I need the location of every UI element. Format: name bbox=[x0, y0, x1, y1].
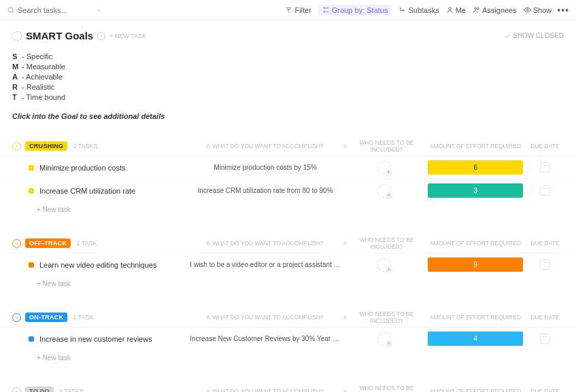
effort-pill[interactable]: 4 bbox=[428, 332, 523, 346]
assignees-label: Assignees bbox=[482, 6, 517, 14]
task-status-square[interactable] bbox=[29, 336, 34, 342]
column-header-effort: AMOUNT OF EFFORT REQUIRED bbox=[424, 143, 526, 149]
subtasks-button[interactable]: Subtasks bbox=[399, 6, 439, 14]
column-header-accomplish: WHAT DO YOU WANT TO ACCOMPLISH? bbox=[186, 240, 343, 247]
smart-letter: T bbox=[12, 93, 22, 101]
svg-line-1 bbox=[12, 12, 14, 13]
calendar-icon[interactable] bbox=[540, 334, 550, 344]
filter-label: Filter bbox=[294, 6, 311, 14]
status-badge[interactable]: TO DO bbox=[25, 387, 54, 392]
show-closed-button[interactable]: SHOW CLOSED bbox=[504, 32, 564, 39]
check-icon bbox=[504, 33, 511, 39]
show-label: Show bbox=[533, 6, 552, 14]
person-icon bbox=[446, 6, 454, 14]
calendar-icon[interactable] bbox=[540, 162, 550, 173]
column-header-accomplish: WHAT DO YOU WANT TO ACCOMPLISH? bbox=[186, 143, 343, 149]
task-row[interactable]: Minimize production costs Minimize produ… bbox=[0, 156, 576, 179]
task-accomplish-text: Increase CRM utilization rate from 80 to… bbox=[187, 187, 343, 194]
top-toolbar: Filter Group by: Status Subtasks Me Assi… bbox=[0, 0, 576, 20]
task-due-cell bbox=[526, 334, 564, 344]
new-task-header-button[interactable]: + NEW TASK bbox=[109, 33, 146, 39]
calendar-icon[interactable] bbox=[540, 185, 550, 196]
task-group: TO DO 2 TASKS WHAT DO YOU WANT TO ACCOMP… bbox=[0, 382, 576, 392]
smart-letter: M bbox=[12, 63, 22, 71]
svg-point-12 bbox=[477, 7, 479, 10]
collapse-toggle[interactable] bbox=[12, 387, 21, 393]
new-task-button[interactable]: + New task bbox=[0, 276, 576, 291]
calendar-icon[interactable] bbox=[540, 260, 550, 270]
smart-text: - Measurable bbox=[22, 63, 65, 71]
task-row[interactable]: Increase CRM utilization rate Increase C… bbox=[0, 179, 576, 202]
task-due-cell bbox=[526, 162, 564, 173]
task-assignee-cell bbox=[343, 258, 425, 272]
status-badge[interactable]: OFF-TRACK bbox=[25, 238, 71, 248]
svg-rect-17 bbox=[344, 243, 346, 245]
smart-legend: S- SpecificM- MeasurableA- AchievableR- … bbox=[12, 52, 576, 101]
assignees-button[interactable]: Assignees bbox=[473, 6, 517, 14]
add-assignee-icon[interactable] bbox=[377, 184, 391, 198]
column-header-who: WHO NEEDS TO BE INCLUDED? bbox=[343, 139, 424, 153]
column-header-due: DUE DATE bbox=[526, 240, 564, 247]
lock-icon bbox=[343, 240, 348, 246]
status-badge[interactable]: ON-TRACK bbox=[25, 313, 67, 322]
group-header: ON-TRACK 1 TASK WHAT DO YOU WANT TO ACCO… bbox=[0, 308, 576, 327]
chevron-down-icon bbox=[14, 315, 19, 320]
task-row[interactable]: Learn new video editing techniques I wis… bbox=[0, 253, 576, 276]
task-status-square[interactable] bbox=[29, 262, 34, 268]
svg-point-11 bbox=[475, 7, 477, 10]
eye-icon bbox=[524, 6, 531, 14]
lock-icon bbox=[205, 389, 211, 392]
group-header: TO DO 2 TASKS WHAT DO YOU WANT TO ACCOMP… bbox=[0, 382, 576, 392]
effort-pill[interactable]: 6 bbox=[428, 160, 523, 175]
page-header: SMART Goals i + NEW TASK SHOW CLOSED bbox=[0, 20, 576, 48]
collapse-toggle[interactable] bbox=[12, 142, 21, 151]
task-row[interactable]: Increase in new customer reviews Increas… bbox=[0, 327, 576, 350]
chevron-down-icon[interactable] bbox=[95, 7, 102, 14]
lock-icon bbox=[343, 315, 348, 320]
filter-icon bbox=[285, 6, 292, 14]
new-task-button[interactable]: + New task bbox=[0, 350, 576, 366]
svg-point-5 bbox=[324, 7, 325, 9]
add-assignee-icon[interactable] bbox=[377, 258, 391, 272]
info-icon[interactable]: i bbox=[97, 32, 105, 40]
task-name[interactable]: Minimize production costs bbox=[39, 164, 126, 172]
task-group: ON-TRACK 1 TASK WHAT DO YOU WANT TO ACCO… bbox=[0, 308, 576, 366]
smart-letter: R bbox=[12, 83, 22, 91]
group-by-button[interactable]: Group by: Status bbox=[318, 5, 392, 16]
status-badge[interactable]: CRUSHING bbox=[25, 141, 67, 151]
collapse-toggle[interactable] bbox=[12, 239, 21, 248]
collapse-toggle[interactable] bbox=[12, 313, 21, 322]
task-due-cell bbox=[526, 185, 564, 196]
task-group: CRUSHING 2 TASKS WHAT DO YOU WANT TO ACC… bbox=[0, 137, 576, 217]
task-status-square[interactable] bbox=[29, 188, 34, 194]
column-header-effort: AMOUNT OF EFFORT REQUIRED bbox=[424, 388, 526, 392]
add-assignee-icon[interactable] bbox=[377, 161, 391, 175]
task-accomplish-text: Increase New Customer Reviews by 30% Yea… bbox=[187, 335, 343, 342]
more-menu-icon[interactable]: ••• bbox=[557, 5, 569, 16]
smart-text: - Specific bbox=[22, 52, 52, 60]
effort-pill[interactable]: 3 bbox=[428, 183, 523, 198]
task-name[interactable]: Increase in new customer reviews bbox=[39, 335, 152, 343]
column-header-who: WHO NEEDS TO BE INCLUDED? bbox=[343, 385, 424, 392]
task-name[interactable]: Learn new video editing techniques bbox=[39, 261, 156, 269]
subtasks-label: Subtasks bbox=[408, 6, 439, 14]
new-task-button[interactable]: + New task bbox=[0, 202, 576, 217]
status-circle-icon[interactable] bbox=[12, 31, 22, 41]
chevron-down-icon bbox=[14, 389, 19, 393]
chevron-down-icon bbox=[14, 241, 19, 246]
task-count: 2 TASKS bbox=[59, 388, 84, 392]
me-button[interactable]: Me bbox=[446, 6, 466, 14]
add-assignee-icon[interactable] bbox=[377, 332, 391, 346]
lock-icon bbox=[205, 315, 211, 320]
people-icon bbox=[473, 6, 480, 14]
task-effort-cell: 9 bbox=[425, 257, 527, 272]
show-button[interactable]: Show bbox=[524, 6, 552, 14]
task-effort-cell: 3 bbox=[425, 183, 527, 198]
filter-button[interactable]: Filter bbox=[285, 6, 311, 14]
search-input[interactable] bbox=[18, 6, 92, 14]
task-status-square[interactable] bbox=[29, 165, 34, 171]
task-name[interactable]: Increase CRM utilization rate bbox=[39, 187, 135, 195]
effort-pill[interactable]: 9 bbox=[428, 257, 523, 272]
column-header-who: WHO NEEDS TO BE INCLUDED? bbox=[343, 310, 424, 324]
column-header-effort: AMOUNT OF EFFORT REQUIRED bbox=[424, 314, 526, 321]
